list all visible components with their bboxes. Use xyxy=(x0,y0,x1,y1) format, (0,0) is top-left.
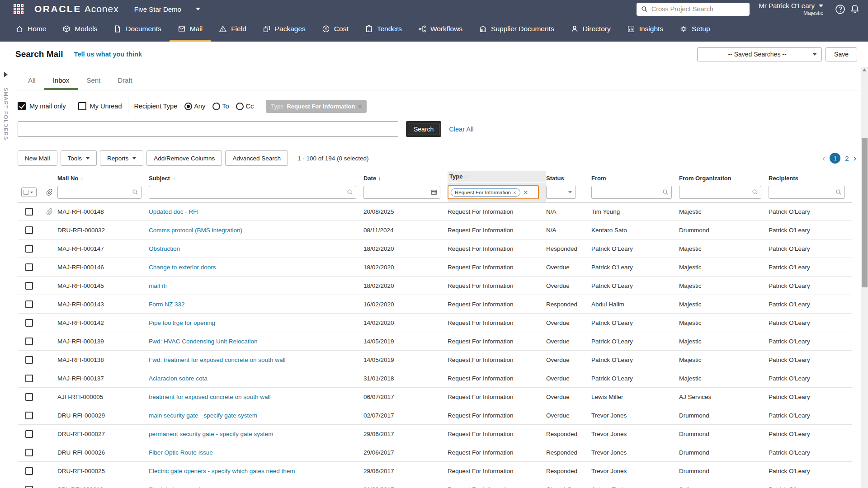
tab-all[interactable]: All xyxy=(19,72,44,90)
subject-link[interactable]: Final drainage work xyxy=(149,486,202,488)
clear-type-filter-icon[interactable]: ✕ xyxy=(523,189,528,196)
project-selector[interactable]: Five Star Demo xyxy=(134,5,200,13)
subject-link[interactable]: Electric gate openers - specify which ga… xyxy=(149,468,295,474)
my-unread-checkbox[interactable]: My Unread xyxy=(78,102,122,110)
recipient-type-any-radio[interactable]: Any xyxy=(184,103,205,110)
mail-search-input[interactable] xyxy=(18,121,398,137)
new-mail-button[interactable]: New Mail xyxy=(18,150,57,166)
nav-item-models[interactable]: Models xyxy=(54,18,105,42)
nav-item-cost[interactable]: $ Cost xyxy=(314,18,357,42)
my-mail-only-checkbox[interactable]: My mail only xyxy=(18,102,66,110)
column-header-from-organization[interactable]: From Organization xyxy=(679,175,769,182)
nav-item-packages[interactable]: Packages xyxy=(255,18,314,42)
feedback-link[interactable]: Tell us what you think xyxy=(74,51,142,58)
row-checkbox[interactable] xyxy=(25,208,33,216)
notifications-button[interactable] xyxy=(850,4,860,14)
nav-item-documents[interactable]: Documents xyxy=(105,18,169,42)
row-checkbox[interactable] xyxy=(25,282,33,290)
tab-draft[interactable]: Draft xyxy=(109,72,141,90)
subject-link[interactable]: main security gate - specify gate system xyxy=(149,412,257,419)
column-header-from[interactable]: From xyxy=(591,175,679,182)
nav-item-workflows[interactable]: Workflows xyxy=(410,18,471,42)
add-remove-columns-button[interactable]: Add/Remove Columns xyxy=(146,150,222,166)
subject-link[interactable]: Fwd: treatment for exposed concrete on s… xyxy=(149,357,285,363)
column-header-subject[interactable]: Subject↓↑ xyxy=(149,175,363,182)
cross-project-search[interactable] xyxy=(637,3,750,16)
mail-no-filter-input[interactable] xyxy=(57,186,142,199)
subject-link[interactable]: Updated doc - RFI xyxy=(149,208,198,215)
nav-item-home[interactable]: Home xyxy=(7,18,54,42)
nav-item-field[interactable]: Field xyxy=(211,18,255,42)
recipients-filter-input[interactable] xyxy=(769,186,845,199)
row-checkbox[interactable] xyxy=(25,467,33,475)
saved-searches-select[interactable]: -- Saved Searches -- xyxy=(697,47,822,61)
type-filter-chip[interactable]: Type Request For Information × xyxy=(266,100,367,113)
subject-link[interactable]: treatment for exposed concrete on south … xyxy=(149,394,270,400)
subject-link[interactable]: mail rfi xyxy=(149,282,167,289)
tab-sent[interactable]: Sent xyxy=(78,72,109,90)
nav-item-supplier-documents[interactable]: Supplier Documents xyxy=(471,18,562,42)
date-filter-input[interactable] xyxy=(363,186,440,199)
previous-page-button[interactable]: ‹ xyxy=(822,153,825,163)
recipient-type-cc-radio[interactable]: Cc xyxy=(236,103,254,110)
subject-link[interactable]: Fiber Optic Route Issue xyxy=(149,449,213,456)
next-page-button[interactable]: › xyxy=(854,153,856,163)
nav-item-insights[interactable]: Insights xyxy=(619,18,671,42)
subject-link[interactable]: Aclaracion sobre cota xyxy=(149,375,208,382)
save-search-button[interactable]: Save xyxy=(826,47,857,61)
subject-link[interactable]: Form NZ 332 xyxy=(149,301,185,308)
subject-link[interactable]: permanent security gate - specify gate s… xyxy=(149,431,273,437)
select-all-dropdown[interactable] xyxy=(21,188,37,197)
row-checkbox[interactable] xyxy=(25,245,33,253)
row-checkbox[interactable] xyxy=(25,412,33,419)
row-checkbox[interactable] xyxy=(25,393,33,401)
help-button[interactable] xyxy=(835,4,845,14)
row-checkbox[interactable] xyxy=(25,375,33,382)
row-checkbox[interactable] xyxy=(25,449,33,456)
nav-item-tenders[interactable]: Tenders xyxy=(357,18,410,42)
row-checkbox[interactable] xyxy=(25,319,33,327)
status-filter-select[interactable] xyxy=(546,186,576,199)
user-menu[interactable]: Mr Patrick O'Leary Majestic xyxy=(759,2,823,16)
remove-pill-icon[interactable]: × xyxy=(513,190,516,195)
subject-link[interactable]: Pipe too lrge for opening xyxy=(149,319,215,326)
subject-link[interactable]: Change to exterior doors xyxy=(149,264,216,271)
column-header-status[interactable]: Status xyxy=(546,175,591,182)
page-2-button[interactable]: 2 xyxy=(845,155,849,162)
subject-link[interactable]: Obstruction xyxy=(149,245,180,252)
nav-item-mail[interactable]: Mail xyxy=(170,18,211,42)
row-checkbox[interactable] xyxy=(25,226,33,234)
recipient-type-to-radio[interactable]: To xyxy=(212,103,229,110)
type-filter-input[interactable]: Request For Information× ✕ xyxy=(448,185,539,199)
row-checkbox[interactable] xyxy=(25,300,33,308)
remove-chip-icon[interactable]: × xyxy=(358,103,362,110)
subject-link[interactable]: Comms protocol (BMS integration) xyxy=(149,227,242,234)
column-header-recipients[interactable]: Recipients xyxy=(769,175,852,182)
nav-item-directory[interactable]: Directory xyxy=(562,18,619,42)
subject-link[interactable]: Fwd: HVAC Condensing Unit Relocation xyxy=(149,338,258,345)
column-header-mail-no[interactable]: Mail No↓↑ xyxy=(57,175,149,182)
tab-inbox[interactable]: Inbox xyxy=(44,72,78,90)
vertical-scrollbar[interactable] xyxy=(861,67,868,488)
subject-filter-input[interactable] xyxy=(149,186,356,199)
row-checkbox[interactable] xyxy=(25,356,33,364)
from-organization-filter-input[interactable] xyxy=(679,186,761,199)
reports-menu-button[interactable]: Reports xyxy=(100,150,143,166)
row-checkbox[interactable] xyxy=(25,338,33,345)
advanced-search-button[interactable]: Advanced Search xyxy=(225,150,288,166)
row-checkbox[interactable] xyxy=(25,430,33,438)
smart-folders-expand-button[interactable] xyxy=(0,67,12,82)
nav-item-setup[interactable]: Setup xyxy=(671,18,718,42)
cross-project-search-input[interactable] xyxy=(651,5,745,13)
scrollbar-thumb[interactable] xyxy=(862,138,868,287)
current-page-button[interactable]: 1 xyxy=(830,153,840,164)
from-filter-input[interactable] xyxy=(591,186,672,199)
row-checkbox[interactable] xyxy=(25,263,33,271)
tools-menu-button[interactable]: Tools xyxy=(61,150,97,166)
clear-all-link[interactable]: Clear All xyxy=(449,126,473,133)
app-launcher-icon[interactable] xyxy=(14,4,24,14)
search-button[interactable]: Search xyxy=(406,121,441,137)
column-header-date[interactable]: Date↓ xyxy=(363,175,448,182)
row-checkbox[interactable] xyxy=(25,486,33,488)
column-header-type[interactable]: Type↓↑ xyxy=(448,171,546,182)
